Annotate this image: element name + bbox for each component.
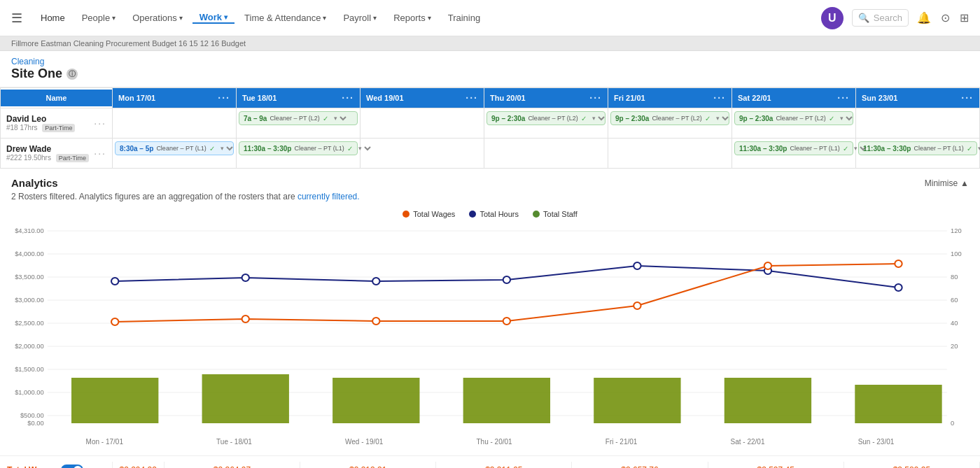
nav-people[interactable]: People▾ xyxy=(75,13,122,23)
nav-payroll[interactable]: Payroll▾ xyxy=(336,13,384,23)
shift-badge[interactable]: 11:30a – 3:30p Cleaner – PT (L1) ✓ ▾ xyxy=(734,141,853,155)
table-row: David Leo #18 17hrs Part-Time ··· 7a – 9… xyxy=(1,108,980,139)
day-menu-tue[interactable]: ··· xyxy=(342,92,354,104)
nav-home[interactable]: Home xyxy=(34,13,72,23)
svg-point-34 xyxy=(242,274,249,281)
shift-select[interactable]: ▾ xyxy=(713,114,731,122)
x-axis-label: Tue - 18/01 xyxy=(216,438,252,446)
summary-value-cell: $3,589.25 xyxy=(844,462,979,468)
svg-text:60: 60 xyxy=(951,297,958,304)
analytics-chart: $4,310.00 $4,000.00 $3,500.00 $3,000.00 … xyxy=(11,224,969,434)
bell-icon[interactable]: 🔔 xyxy=(917,11,931,24)
day-header-sat: Sat 22/01 ··· xyxy=(732,88,855,108)
legend-staff: Total Staff xyxy=(533,210,578,218)
schedule-table-container: Name Mon 17/01 ··· Tue 18/01 ··· xyxy=(0,87,980,169)
shift-cell-wed xyxy=(360,108,484,139)
employee-menu-button[interactable]: ··· xyxy=(94,148,106,159)
info-icon[interactable]: ⓘ xyxy=(66,69,78,80)
svg-text:$3,500.00: $3,500.00 xyxy=(15,274,43,281)
employee-menu-button[interactable]: ··· xyxy=(94,118,106,129)
shift-select[interactable]: ▾ xyxy=(975,144,980,153)
shift-select[interactable]: ▾ xyxy=(589,114,607,122)
legend-wages: Total Wages xyxy=(402,210,455,218)
legend-hours: Total Hours xyxy=(469,210,519,218)
nav-work[interactable]: Work▾ xyxy=(192,12,234,24)
shift-badge[interactable]: 9p – 2:30a Cleaner – PT (L2) ✓ ▾ xyxy=(734,111,853,125)
x-axis-label: Wed - 19/01 xyxy=(345,438,383,446)
day-menu-mon[interactable]: ··· xyxy=(218,92,230,104)
nav-action-icons: 🔔 ⊙ ⊞ xyxy=(917,11,969,24)
shift-badge[interactable]: 9p – 2:30a Cleaner – PT (L2) ✓ ▾ xyxy=(610,111,729,125)
svg-rect-31 xyxy=(724,378,811,423)
minimise-button[interactable]: Minimise ▲ xyxy=(925,178,969,188)
day-header-sun: Sun 23/01 ··· xyxy=(856,88,979,108)
analytics-header: Analytics Minimise ▲ xyxy=(11,177,969,189)
svg-text:$1,500.00: $1,500.00 xyxy=(15,366,43,373)
svg-text:$4,310.00: $4,310.00 xyxy=(15,227,43,234)
summary-value-cell: $2,364.97 xyxy=(164,462,300,468)
nav-reports[interactable]: Reports▾ xyxy=(386,13,438,23)
shift-cell-mon xyxy=(113,108,237,139)
hamburger-icon[interactable]: ☰ xyxy=(11,10,22,26)
summary-value-cell: $3,537.45 xyxy=(708,462,844,468)
shift-select[interactable]: ▾ xyxy=(837,114,855,122)
chevron-up-icon: ▲ xyxy=(960,178,969,188)
shift-select[interactable]: ▾ xyxy=(356,144,373,153)
search-box[interactable]: 🔍 Search xyxy=(852,9,909,27)
svg-point-41 xyxy=(242,315,249,322)
nav-time-attendance[interactable]: Time & Attendance▾ xyxy=(237,13,333,23)
day-menu-thu[interactable]: ··· xyxy=(589,92,602,104)
chart-x-labels: Mon - 17/01Tue - 18/01Wed - 19/01Thu - 2… xyxy=(11,437,969,447)
day-header-mon: Mon 17/01 ··· xyxy=(113,88,236,108)
day-menu-sat[interactable]: ··· xyxy=(837,92,850,104)
summary-value: $2,364.97 xyxy=(214,465,251,468)
shift-badge[interactable]: 9p – 2:30a Cleaner – PT (L2) ✓ ▾ xyxy=(486,111,606,125)
summary-body: Total Wages $2,294.22$2,364.97$2,313.31$… xyxy=(0,462,980,468)
shift-select[interactable]: ▾ xyxy=(331,114,349,122)
svg-text:$0.00: $0.00 xyxy=(27,420,43,427)
nav-training[interactable]: Training xyxy=(441,13,487,23)
svg-text:100: 100 xyxy=(951,250,962,257)
shift-select[interactable]: ▾ xyxy=(218,144,235,153)
chevron-down-icon: ▾ xyxy=(323,14,326,22)
x-axis-label: Thu - 20/01 xyxy=(477,438,512,446)
summary-value: $2,313.31 xyxy=(349,465,386,468)
th-thu: Thu 20/01 ··· xyxy=(484,88,608,108)
filter-link[interactable]: currently filtered. xyxy=(298,192,360,201)
th-name: Name xyxy=(1,88,113,108)
day-menu-fri[interactable]: ··· xyxy=(713,92,726,104)
svg-point-44 xyxy=(634,302,640,309)
svg-point-33 xyxy=(111,278,118,285)
nav-operations[interactable]: Operations▾ xyxy=(125,13,190,23)
svg-text:0: 0 xyxy=(951,420,954,427)
svg-text:$2,000.00: $2,000.00 xyxy=(15,343,43,350)
legend-dot-staff xyxy=(533,211,540,218)
site-label[interactable]: Cleaning xyxy=(11,57,969,66)
svg-text:$1,000.00: $1,000.00 xyxy=(15,389,43,396)
summary-value-cell: $2,313.31 xyxy=(300,462,436,468)
svg-text:$2,500.00: $2,500.00 xyxy=(15,320,43,327)
day-menu-wed[interactable]: ··· xyxy=(465,92,478,104)
shift-badge[interactable]: 11:30a – 3:30p Cleaner – PT (L1) ✓ ▾ xyxy=(239,141,358,155)
chevron-down-icon: ▾ xyxy=(179,14,183,22)
svg-rect-32 xyxy=(855,385,941,423)
summary-value-cell: $2,657.76 xyxy=(572,462,708,468)
shift-badge[interactable]: 11:30a – 3:30p Cleaner – PT (L1) ✓ ▾ xyxy=(858,141,977,155)
employee-name: Drew Wade xyxy=(6,144,94,154)
day-menu-sun[interactable]: ··· xyxy=(961,92,974,104)
svg-point-35 xyxy=(372,278,379,285)
navigation: ☰ Home People▾ Operations▾ Work▾ Time & … xyxy=(0,0,980,36)
breadcrumb: Fillmore Eastman Cleaning Procurement Bu… xyxy=(0,36,980,51)
help-icon[interactable]: ⊙ xyxy=(941,11,950,24)
app-logo: U xyxy=(821,7,844,29)
svg-rect-27 xyxy=(202,374,289,423)
table-header-row: Name Mon 17/01 ··· Tue 18/01 ··· xyxy=(1,88,980,108)
summary-value-cell: $2,294.22 xyxy=(112,462,164,468)
toggle-total_wages[interactable] xyxy=(61,465,83,468)
shift-badge[interactable]: 8:30a – 5p Cleaner – PT (L1) ✓ ▾ xyxy=(115,141,234,155)
grid-icon[interactable]: ⊞ xyxy=(960,11,969,24)
svg-text:80: 80 xyxy=(951,274,958,281)
shift-badge[interactable]: 7a – 9a Cleaner – PT (L2) ✓ ▾ xyxy=(239,111,358,125)
x-axis-label: Sat - 22/01 xyxy=(731,438,765,446)
chart-container: $4,310.00 $4,000.00 $3,500.00 $3,000.00 … xyxy=(11,224,969,434)
